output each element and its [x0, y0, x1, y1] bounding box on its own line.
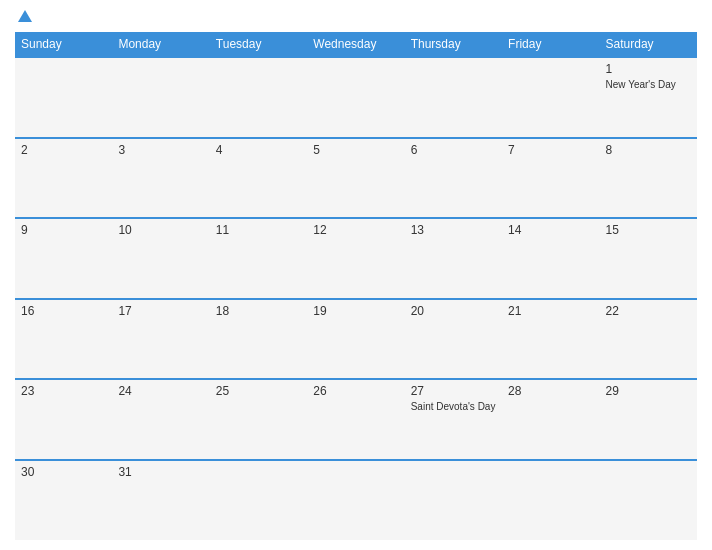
holiday-name: New Year's Day: [606, 78, 691, 91]
day-number: 18: [216, 304, 301, 318]
day-number: 27: [411, 384, 496, 398]
calendar-cell: [210, 460, 307, 541]
calendar-cell: 3: [112, 138, 209, 219]
day-number: 19: [313, 304, 398, 318]
weekday-header-thursday: Thursday: [405, 32, 502, 57]
day-number: 7: [508, 143, 593, 157]
day-number: 11: [216, 223, 301, 237]
calendar-cell: 18: [210, 299, 307, 380]
calendar-cell: 21: [502, 299, 599, 380]
calendar-tbody: 1New Year's Day2345678910111213141516171…: [15, 57, 697, 540]
day-number: 22: [606, 304, 691, 318]
calendar-week-3: 16171819202122: [15, 299, 697, 380]
day-number: 26: [313, 384, 398, 398]
day-number: 14: [508, 223, 593, 237]
calendar-cell: [210, 57, 307, 138]
weekday-header-wednesday: Wednesday: [307, 32, 404, 57]
calendar-wrapper: SundayMondayTuesdayWednesdayThursdayFrid…: [0, 0, 712, 550]
calendar-cell: 8: [600, 138, 697, 219]
calendar-cell: 4: [210, 138, 307, 219]
calendar-cell: [307, 460, 404, 541]
calendar-cell: [112, 57, 209, 138]
calendar-cell: 12: [307, 218, 404, 299]
calendar-cell: 6: [405, 138, 502, 219]
calendar-cell: 7: [502, 138, 599, 219]
day-number: 15: [606, 223, 691, 237]
calendar-cell: [502, 57, 599, 138]
calendar-cell: 26: [307, 379, 404, 460]
calendar-cell: [405, 57, 502, 138]
day-number: 30: [21, 465, 106, 479]
day-number: 9: [21, 223, 106, 237]
calendar-week-5: 3031: [15, 460, 697, 541]
calendar-cell: 10: [112, 218, 209, 299]
holiday-name: Saint Devota's Day: [411, 400, 496, 413]
calendar-cell: [307, 57, 404, 138]
calendar-cell: 22: [600, 299, 697, 380]
calendar-cell: 25: [210, 379, 307, 460]
day-number: 12: [313, 223, 398, 237]
day-number: 1: [606, 62, 691, 76]
day-number: 4: [216, 143, 301, 157]
calendar-cell: 16: [15, 299, 112, 380]
calendar-cell: [600, 460, 697, 541]
day-number: 21: [508, 304, 593, 318]
day-number: 25: [216, 384, 301, 398]
day-number: 24: [118, 384, 203, 398]
calendar-cell: 11: [210, 218, 307, 299]
calendar-thead: SundayMondayTuesdayWednesdayThursdayFrid…: [15, 32, 697, 57]
calendar-header: [15, 10, 697, 24]
calendar-cell: 2: [15, 138, 112, 219]
weekday-header-monday: Monday: [112, 32, 209, 57]
weekday-header-sunday: Sunday: [15, 32, 112, 57]
weekday-header-friday: Friday: [502, 32, 599, 57]
day-number: 16: [21, 304, 106, 318]
day-number: 20: [411, 304, 496, 318]
calendar-cell: 31: [112, 460, 209, 541]
calendar-cell: [502, 460, 599, 541]
weekday-header-saturday: Saturday: [600, 32, 697, 57]
day-number: 6: [411, 143, 496, 157]
calendar-cell: 13: [405, 218, 502, 299]
day-number: 2: [21, 143, 106, 157]
calendar-cell: 15: [600, 218, 697, 299]
logo-triangle-icon: [18, 10, 32, 22]
day-number: 13: [411, 223, 496, 237]
calendar-cell: 27Saint Devota's Day: [405, 379, 502, 460]
calendar-cell: 20: [405, 299, 502, 380]
calendar-cell: 9: [15, 218, 112, 299]
calendar-cell: [405, 460, 502, 541]
calendar-cell: 29: [600, 379, 697, 460]
day-number: 29: [606, 384, 691, 398]
day-number: 3: [118, 143, 203, 157]
weekday-header-tuesday: Tuesday: [210, 32, 307, 57]
weekday-header-row: SundayMondayTuesdayWednesdayThursdayFrid…: [15, 32, 697, 57]
calendar-cell: 14: [502, 218, 599, 299]
calendar-cell: 17: [112, 299, 209, 380]
logo: [15, 10, 32, 24]
calendar-week-1: 2345678: [15, 138, 697, 219]
day-number: 5: [313, 143, 398, 157]
calendar-week-4: 2324252627Saint Devota's Day2829: [15, 379, 697, 460]
calendar-cell: 28: [502, 379, 599, 460]
calendar-cell: 1New Year's Day: [600, 57, 697, 138]
day-number: 31: [118, 465, 203, 479]
calendar-table: SundayMondayTuesdayWednesdayThursdayFrid…: [15, 32, 697, 540]
day-number: 23: [21, 384, 106, 398]
day-number: 10: [118, 223, 203, 237]
calendar-cell: 5: [307, 138, 404, 219]
calendar-cell: [15, 57, 112, 138]
day-number: 17: [118, 304, 203, 318]
day-number: 28: [508, 384, 593, 398]
calendar-cell: 23: [15, 379, 112, 460]
calendar-week-0: 1New Year's Day: [15, 57, 697, 138]
calendar-cell: 19: [307, 299, 404, 380]
calendar-cell: 30: [15, 460, 112, 541]
day-number: 8: [606, 143, 691, 157]
calendar-cell: 24: [112, 379, 209, 460]
calendar-week-2: 9101112131415: [15, 218, 697, 299]
